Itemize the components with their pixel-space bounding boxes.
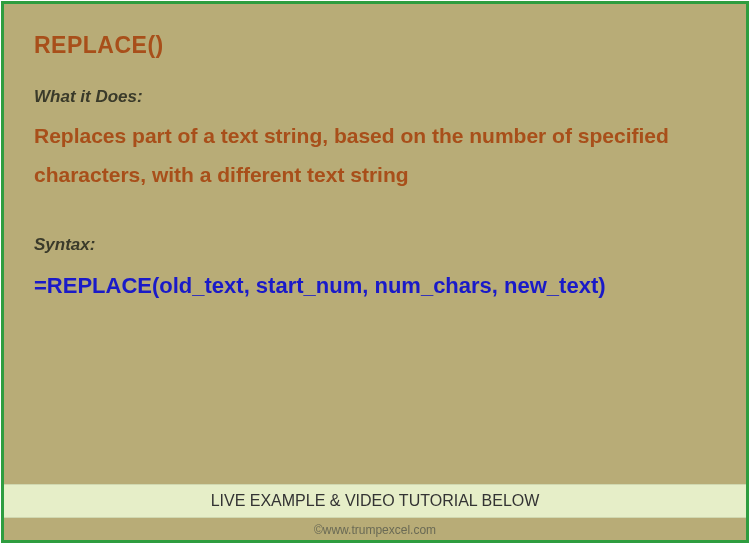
footer-banner: LIVE EXAMPLE & VIDEO TUTORIAL BELOW xyxy=(4,484,746,518)
function-title: REPLACE() xyxy=(34,32,716,59)
content-area: REPLACE() What it Does: Replaces part of… xyxy=(4,4,746,306)
syntax-label: Syntax: xyxy=(34,235,716,255)
document-frame: REPLACE() What it Does: Replaces part of… xyxy=(1,1,749,543)
function-description: Replaces part of a text string, based on… xyxy=(34,117,716,195)
watermark-text: ©www.trumpexcel.com xyxy=(4,523,746,537)
syntax-expression: =REPLACE(old_text, start_num, num_chars,… xyxy=(34,265,716,307)
what-it-does-label: What it Does: xyxy=(34,87,716,107)
